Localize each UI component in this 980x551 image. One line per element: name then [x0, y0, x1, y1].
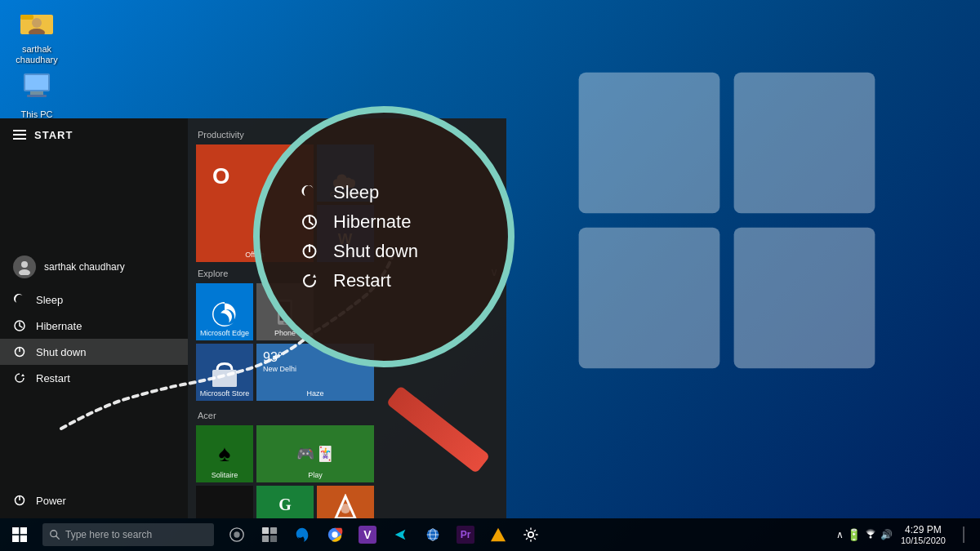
mail-taskbar-button[interactable]: V — [351, 518, 384, 551]
svg-rect-37 — [12, 527, 19, 534]
svg-rect-11 — [27, 95, 47, 97]
shutdown-label: Shut down — [36, 346, 86, 358]
chrome-taskbar-icon — [327, 527, 343, 543]
restart-icon — [13, 371, 26, 384]
start-button[interactable] — [0, 518, 39, 551]
chrome-taskbar-button[interactable] — [318, 518, 351, 551]
show-desktop-button[interactable] — [954, 520, 973, 549]
mail-taskbar-icon: V — [359, 526, 376, 544]
restart-item[interactable]: Restart — [0, 365, 188, 391]
store-tile[interactable]: Microsoft Store — [196, 344, 253, 401]
svg-point-59 — [869, 535, 871, 538]
taskbar-search-icon — [49, 529, 60, 540]
tray-up-arrow[interactable]: ∧ — [836, 529, 844, 540]
netflix-tile[interactable]: NETFLIX — [196, 486, 253, 518]
windows-logo-background — [572, 65, 882, 375]
acer-collection-tile[interactable]: Acer Collecti... — [317, 486, 374, 518]
show-desktop-divider — [963, 527, 964, 543]
taskbar-search[interactable]: Type here to search — [42, 523, 214, 546]
svg-marker-20 — [21, 374, 24, 376]
acer-tiles-row-2: NETFLIX G Grammarly Acer Collecti... — [196, 486, 498, 518]
edge-taskbar-icon — [294, 527, 310, 543]
phone-label: Phone — [274, 329, 296, 337]
hamburger-icon — [13, 128, 26, 141]
svg-point-44 — [234, 531, 239, 537]
svg-rect-9 — [25, 75, 48, 90]
shutdown-icon — [13, 345, 26, 358]
sleep-icon — [13, 293, 26, 306]
svg-rect-39 — [12, 535, 19, 542]
svg-marker-51 — [395, 530, 406, 540]
link-taskbar-icon — [392, 527, 408, 543]
productivity-section-label: Productivity — [196, 130, 498, 140]
clock-date: 10/15/2020 — [901, 535, 946, 545]
clock-time: 4:29 PM — [901, 524, 946, 535]
start-user[interactable]: sarthak chaudhary — [0, 247, 188, 287]
start-menu: START sarthak chaudhary Sleep — [0, 118, 506, 518]
svg-rect-10 — [30, 91, 43, 95]
search-placeholder: Type here to search — [65, 529, 152, 540]
shutdown-item[interactable]: Shut down — [0, 339, 188, 365]
taskbar: Type here to search — [0, 518, 980, 551]
restart-label: Restart — [36, 372, 70, 384]
tray-battery[interactable]: 🔋 — [847, 528, 861, 541]
svg-text:W: W — [338, 230, 353, 247]
svg-rect-48 — [270, 535, 277, 542]
weather-label: Haze — [306, 389, 323, 398]
desktop-icon-this-pc[interactable]: This PC — [8, 73, 65, 120]
edge-tile[interactable]: Microsoft Edge — [196, 283, 253, 340]
svg-rect-28 — [280, 302, 291, 321]
collapse-icon[interactable]: ∨ — [490, 265, 498, 278]
tray-volume[interactable]: 🔊 — [880, 529, 893, 540]
play-tile[interactable]: 🎮 🃏 Play — [256, 425, 374, 482]
svg-rect-13 — [13, 134, 26, 136]
word-tile[interactable]: W Word — [317, 205, 374, 262]
svg-rect-12 — [13, 130, 26, 131]
this-pc-icon — [20, 73, 53, 106]
cortana-button[interactable] — [220, 518, 253, 551]
acer-header: Acer — [196, 407, 498, 425]
premiere-taskbar-icon: Pr — [457, 526, 474, 544]
office-tile[interactable]: O Office — [196, 144, 314, 262]
weather-tile[interactable]: 93° New Delhi Haze — [256, 344, 374, 401]
power-button[interactable]: Power — [0, 487, 188, 513]
cortana-icon — [229, 527, 245, 543]
phone-tile[interactable]: Phone — [256, 283, 314, 340]
taskbar-clock[interactable]: 4:29 PM 10/15/2020 — [896, 522, 951, 547]
svg-point-15 — [21, 261, 28, 268]
edge-label: Microsoft Edge — [200, 329, 249, 337]
svg-rect-40 — [20, 535, 27, 542]
svg-rect-46 — [270, 527, 277, 534]
svg-line-42 — [56, 536, 60, 540]
edge-taskbar-button[interactable] — [286, 518, 318, 551]
productivity-tiles-row: O Office OneDrive — [196, 144, 498, 262]
sleep-item[interactable]: Sleep — [0, 287, 188, 313]
settings-taskbar-button[interactable] — [514, 518, 547, 551]
svg-point-29 — [283, 321, 287, 324]
task-view-icon — [261, 527, 278, 543]
hibernate-item[interactable]: Hibernate — [0, 313, 188, 339]
globe-taskbar-icon — [425, 527, 441, 543]
onedrive-label: OneDrive — [330, 190, 361, 198]
solitaire-label: Solitaire — [212, 471, 238, 479]
link-taskbar-button[interactable] — [384, 518, 416, 551]
grammarly-tile[interactable]: G Grammarly — [256, 486, 314, 518]
settings-taskbar-icon — [523, 527, 539, 543]
premiere-taskbar-button[interactable]: Pr — [449, 518, 482, 551]
globe-taskbar-button[interactable] — [416, 518, 449, 551]
tray-wifi[interactable] — [864, 529, 877, 541]
power-label: Power — [36, 495, 66, 507]
paint-taskbar-button[interactable] — [482, 518, 514, 551]
svg-rect-38 — [20, 527, 27, 534]
svg-point-6 — [32, 18, 42, 28]
taskbar-right: ∧ 🔋 🔊 4:29 PM 10/15/2020 — [836, 520, 980, 549]
svg-point-32 — [341, 504, 350, 513]
solitaire-tile[interactable]: ♠ Solitaire — [196, 425, 253, 482]
onedrive-tile[interactable]: OneDrive — [317, 144, 374, 202]
hibernate-icon — [13, 319, 26, 332]
svg-point-16 — [19, 269, 30, 275]
task-view-button[interactable] — [253, 518, 286, 551]
hibernate-label: Hibernate — [36, 320, 82, 332]
desktop-icon-user-folder[interactable]: sarthak chaudhary — [8, 8, 65, 65]
username-label: sarthak chaudhary — [44, 261, 125, 273]
